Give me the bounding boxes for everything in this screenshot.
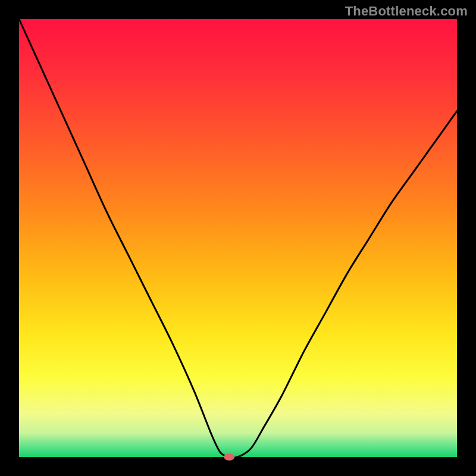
plot-background xyxy=(19,19,457,457)
bottleneck-chart xyxy=(0,0,476,476)
chart-container: TheBottleneck.com xyxy=(0,0,476,476)
watermark-text: TheBottleneck.com xyxy=(345,4,468,19)
optimal-marker xyxy=(224,453,234,461)
